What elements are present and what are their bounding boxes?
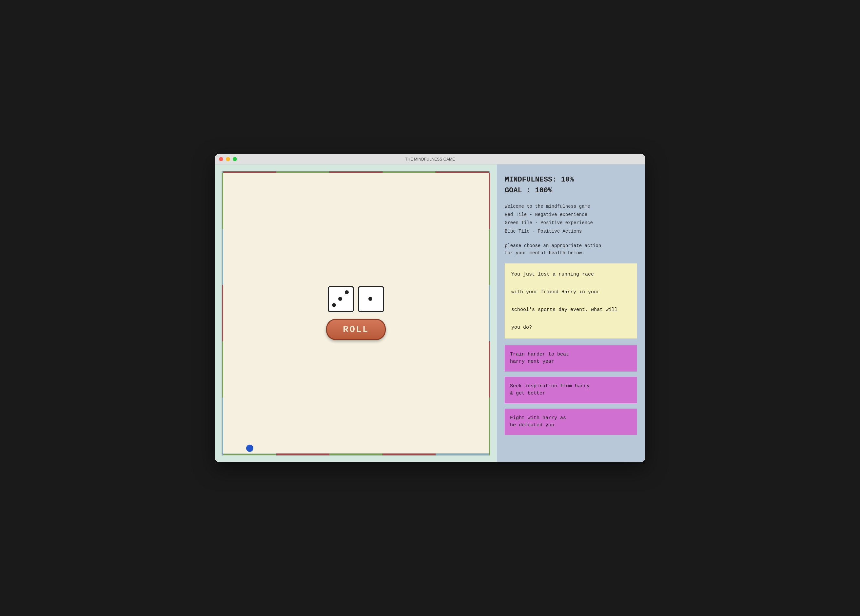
tile <box>489 229 490 285</box>
tile <box>489 173 490 229</box>
tile <box>489 285 490 341</box>
goal-stat: GOAL : 100% <box>505 185 637 196</box>
minimize-button[interactable] <box>226 157 230 161</box>
action-button-2[interactable]: Seek inspiration from harry& get better <box>505 377 637 403</box>
die-2 <box>358 286 384 312</box>
traffic-lights <box>219 157 237 161</box>
stats-section: MINDFULNESS: 10% GOAL : 100% <box>505 174 637 196</box>
tile <box>222 229 223 285</box>
close-button[interactable] <box>219 157 223 161</box>
tile <box>222 285 223 341</box>
board-center: ROLL <box>223 173 489 454</box>
tile <box>436 453 489 455</box>
dice-area <box>328 286 384 312</box>
tile <box>489 397 490 454</box>
board-section: ROLL <box>215 165 497 462</box>
main-content: ROLL <box>215 165 645 462</box>
dot <box>345 290 349 294</box>
dot <box>338 297 342 301</box>
roll-button[interactable]: ROLL <box>326 319 385 340</box>
player-token <box>246 445 253 452</box>
die-1 <box>328 286 354 312</box>
dot <box>332 303 336 307</box>
tile <box>383 453 436 455</box>
tile <box>276 453 330 455</box>
tile <box>222 341 223 397</box>
instructions-section: Welcome to the mindfulness game Red Tile… <box>505 202 637 235</box>
tile <box>222 397 223 454</box>
action-prompt: please choose an appropriate actionfor y… <box>505 242 637 257</box>
action-button-3[interactable]: Fight with harry ashe defeated you <box>505 409 637 435</box>
game-board: ROLL <box>221 171 490 455</box>
instruction-welcome: Welcome to the mindfulness game <box>505 202 637 211</box>
sidebar: MINDFULNESS: 10% GOAL : 100% Welcome to … <box>497 165 645 462</box>
titlebar: THE MINDFULNESS GAME <box>215 154 645 165</box>
instruction-green: Green Tile - Positive experience <box>505 219 637 227</box>
instruction-blue: Blue Tile - Positive Actions <box>505 227 637 235</box>
maximize-button[interactable] <box>233 157 237 161</box>
window-title: THE MINDFULNESS GAME <box>405 157 455 161</box>
tile <box>489 453 490 455</box>
scenario-box: You just lost a running race with your f… <box>505 263 637 339</box>
action-button-1[interactable]: Train harder to beatharry next year <box>505 345 637 371</box>
mindfulness-stat: MINDFULNESS: 10% <box>505 174 637 185</box>
app-window: THE MINDFULNESS GAME <box>215 154 645 462</box>
tile <box>489 341 490 397</box>
tile-with-token <box>223 453 276 455</box>
instruction-red: Red Tile - Negative experience <box>505 211 637 219</box>
tile <box>330 453 383 455</box>
dot <box>369 297 372 301</box>
